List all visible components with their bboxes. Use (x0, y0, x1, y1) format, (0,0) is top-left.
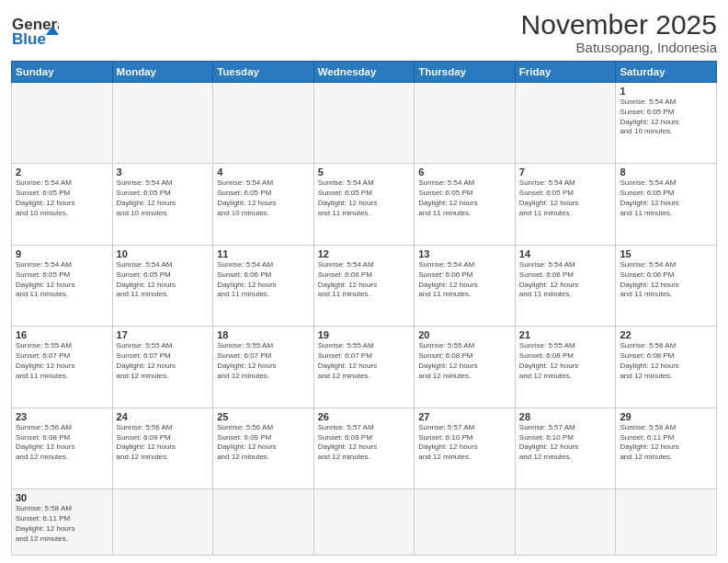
day-info: Sunrise: 5:55 AM Sunset: 6:07 PM Dayligh… (318, 341, 411, 381)
day-number: 2 (16, 167, 108, 178)
calendar-cell: 6Sunrise: 5:54 AM Sunset: 6:05 PM Daylig… (415, 164, 516, 245)
calendar-cell: 30Sunrise: 5:58 AM Sunset: 6:11 PM Dayli… (12, 489, 113, 556)
calendar-row: 16Sunrise: 5:55 AM Sunset: 6:07 PM Dayli… (12, 327, 717, 408)
calendar-cell: 15Sunrise: 5:54 AM Sunset: 6:06 PM Dayli… (616, 245, 717, 326)
day-number: 4 (217, 167, 310, 178)
day-info: Sunrise: 5:55 AM Sunset: 6:07 PM Dayligh… (217, 341, 310, 381)
day-number: 24 (117, 411, 210, 422)
calendar-cell (12, 83, 113, 164)
calendar-cell: 2Sunrise: 5:54 AM Sunset: 6:05 PM Daylig… (12, 164, 113, 245)
calendar-cell: 17Sunrise: 5:55 AM Sunset: 6:07 PM Dayli… (112, 327, 213, 408)
day-number: 12 (318, 248, 411, 259)
calendar-col-header: Thursday (415, 62, 516, 83)
calendar-cell: 24Sunrise: 5:56 AM Sunset: 6:09 PM Dayli… (112, 408, 213, 488)
logo-icon: General Blue (11, 9, 59, 53)
calendar-cell: 1Sunrise: 5:54 AM Sunset: 6:05 PM Daylig… (616, 83, 717, 164)
calendar-cell: 28Sunrise: 5:57 AM Sunset: 6:10 PM Dayli… (515, 408, 616, 488)
calendar-cell: 21Sunrise: 5:55 AM Sunset: 6:08 PM Dayli… (515, 327, 616, 408)
calendar-cell: 12Sunrise: 5:54 AM Sunset: 6:06 PM Dayli… (313, 245, 415, 326)
calendar-cell: 19Sunrise: 5:55 AM Sunset: 6:07 PM Dayli… (313, 327, 415, 408)
day-number: 29 (620, 411, 712, 422)
calendar-cell (313, 83, 415, 164)
calendar-col-header: Friday (515, 62, 616, 83)
day-info: Sunrise: 5:55 AM Sunset: 6:08 PM Dayligh… (519, 341, 612, 381)
day-info: Sunrise: 5:54 AM Sunset: 6:06 PM Dayligh… (217, 260, 310, 300)
day-info: Sunrise: 5:56 AM Sunset: 6:09 PM Dayligh… (117, 423, 210, 463)
calendar-row: 23Sunrise: 5:56 AM Sunset: 6:08 PM Dayli… (12, 408, 717, 488)
calendar-cell (415, 489, 516, 556)
calendar-cell: 23Sunrise: 5:56 AM Sunset: 6:08 PM Dayli… (12, 408, 113, 488)
calendar-col-header: Tuesday (213, 62, 314, 83)
day-number: 26 (318, 411, 411, 422)
day-number: 28 (519, 411, 612, 422)
calendar-row: 2Sunrise: 5:54 AM Sunset: 6:05 PM Daylig… (12, 164, 717, 245)
day-info: Sunrise: 5:56 AM Sunset: 6:08 PM Dayligh… (620, 341, 712, 381)
day-info: Sunrise: 5:54 AM Sunset: 6:06 PM Dayligh… (318, 260, 411, 300)
calendar-row: 1Sunrise: 5:54 AM Sunset: 6:05 PM Daylig… (12, 83, 717, 164)
calendar-cell: 13Sunrise: 5:54 AM Sunset: 6:06 PM Dayli… (415, 245, 516, 326)
calendar-col-header: Monday (112, 62, 213, 83)
calendar-cell (213, 83, 314, 164)
day-number: 20 (418, 329, 511, 340)
day-number: 9 (16, 248, 108, 259)
day-info: Sunrise: 5:54 AM Sunset: 6:05 PM Dayligh… (519, 178, 612, 218)
day-number: 17 (117, 329, 210, 340)
month-title: November 2025 (521, 9, 717, 40)
calendar-cell: 14Sunrise: 5:54 AM Sunset: 6:06 PM Dayli… (515, 245, 616, 326)
calendar-col-header: Wednesday (313, 62, 415, 83)
day-info: Sunrise: 5:54 AM Sunset: 6:05 PM Dayligh… (16, 260, 108, 300)
day-info: Sunrise: 5:54 AM Sunset: 6:06 PM Dayligh… (418, 260, 511, 300)
header: General Blue November 2025 Batusopang, I… (11, 9, 717, 55)
day-info: Sunrise: 5:54 AM Sunset: 6:05 PM Dayligh… (318, 178, 411, 218)
day-number: 21 (519, 329, 612, 340)
day-info: Sunrise: 5:57 AM Sunset: 6:09 PM Dayligh… (318, 423, 411, 463)
calendar-cell: 20Sunrise: 5:55 AM Sunset: 6:08 PM Dayli… (415, 327, 516, 408)
day-info: Sunrise: 5:58 AM Sunset: 6:11 PM Dayligh… (16, 504, 108, 544)
location-title: Batusopang, Indonesia (521, 40, 717, 55)
calendar-cell: 5Sunrise: 5:54 AM Sunset: 6:05 PM Daylig… (313, 164, 415, 245)
calendar-cell (515, 83, 616, 164)
day-number: 1 (620, 86, 712, 97)
day-number: 16 (16, 329, 108, 340)
day-number: 7 (519, 167, 612, 178)
day-info: Sunrise: 5:54 AM Sunset: 6:06 PM Dayligh… (620, 260, 712, 300)
day-number: 13 (418, 248, 511, 259)
day-info: Sunrise: 5:58 AM Sunset: 6:11 PM Dayligh… (620, 423, 712, 463)
day-number: 10 (117, 248, 210, 259)
day-number: 22 (620, 329, 712, 340)
calendar-cell: 9Sunrise: 5:54 AM Sunset: 6:05 PM Daylig… (12, 245, 113, 326)
day-number: 25 (217, 411, 310, 422)
day-info: Sunrise: 5:54 AM Sunset: 6:05 PM Dayligh… (16, 178, 108, 218)
calendar-cell: 4Sunrise: 5:54 AM Sunset: 6:05 PM Daylig… (213, 164, 314, 245)
day-number: 27 (418, 411, 511, 422)
calendar-cell (313, 489, 415, 556)
calendar-cell: 10Sunrise: 5:54 AM Sunset: 6:05 PM Dayli… (112, 245, 213, 326)
calendar-row: 30Sunrise: 5:58 AM Sunset: 6:11 PM Dayli… (12, 489, 717, 556)
calendar-header-row: SundayMondayTuesdayWednesdayThursdayFrid… (12, 62, 717, 83)
calendar-col-header: Sunday (12, 62, 113, 83)
day-number: 6 (418, 167, 511, 178)
day-number: 11 (217, 248, 310, 259)
page: General Blue November 2025 Batusopang, I… (0, 0, 728, 563)
calendar-cell (112, 83, 213, 164)
calendar-cell: 25Sunrise: 5:56 AM Sunset: 6:09 PM Dayli… (213, 408, 314, 488)
day-info: Sunrise: 5:54 AM Sunset: 6:05 PM Dayligh… (117, 260, 210, 300)
day-info: Sunrise: 5:54 AM Sunset: 6:05 PM Dayligh… (620, 98, 712, 137)
calendar-row: 9Sunrise: 5:54 AM Sunset: 6:05 PM Daylig… (12, 245, 717, 326)
day-number: 5 (318, 167, 411, 178)
calendar-cell: 7Sunrise: 5:54 AM Sunset: 6:05 PM Daylig… (515, 164, 616, 245)
logo: General Blue (11, 9, 59, 53)
calendar-cell: 26Sunrise: 5:57 AM Sunset: 6:09 PM Dayli… (313, 408, 415, 488)
calendar-cell: 29Sunrise: 5:58 AM Sunset: 6:11 PM Dayli… (616, 408, 717, 488)
calendar-cell (515, 489, 616, 556)
calendar-cell: 3Sunrise: 5:54 AM Sunset: 6:05 PM Daylig… (112, 164, 213, 245)
day-info: Sunrise: 5:56 AM Sunset: 6:09 PM Dayligh… (217, 423, 310, 463)
day-info: Sunrise: 5:55 AM Sunset: 6:07 PM Dayligh… (16, 341, 108, 381)
day-number: 14 (519, 248, 612, 259)
calendar-cell (112, 489, 213, 556)
calendar-cell: 11Sunrise: 5:54 AM Sunset: 6:06 PM Dayli… (213, 245, 314, 326)
day-info: Sunrise: 5:55 AM Sunset: 6:08 PM Dayligh… (418, 341, 511, 381)
svg-text:Blue: Blue (12, 30, 46, 48)
calendar-cell: 16Sunrise: 5:55 AM Sunset: 6:07 PM Dayli… (12, 327, 113, 408)
day-number: 3 (117, 167, 210, 178)
